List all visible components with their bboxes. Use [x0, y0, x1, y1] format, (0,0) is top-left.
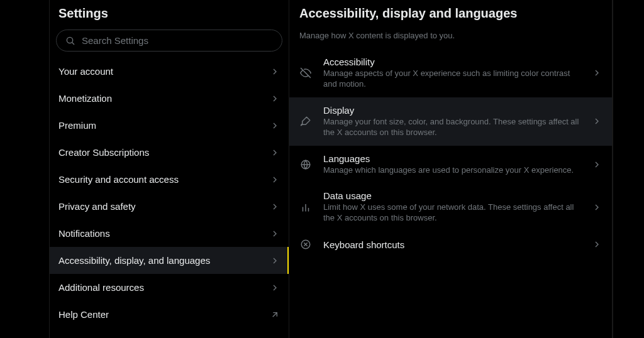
nav-item-label: Monetization: [58, 93, 112, 104]
chevron-right-icon: [592, 202, 602, 212]
arrow-up-right-icon: [270, 310, 280, 320]
bars-icon: [299, 202, 312, 213]
search-icon: [65, 36, 75, 46]
chevron-right-icon: [592, 160, 602, 170]
search-input[interactable]: [82, 35, 273, 46]
nav-item-help-center[interactable]: Help Center: [50, 301, 289, 328]
detail-item-accessibility[interactable]: AccessibilityManage aspects of your X ex…: [289, 49, 612, 97]
nav-item-monetization[interactable]: Monetization: [50, 85, 289, 112]
detail-subtitle: Manage how X content is displayed to you…: [289, 27, 612, 49]
chevron-right-icon: [270, 148, 280, 158]
nav-item-label: Accessibility, display, and languages: [58, 255, 210, 266]
nav-item-label: Creator Subscriptions: [58, 147, 149, 158]
settings-title: Settings: [50, 4, 289, 30]
chevron-right-icon: [592, 239, 602, 249]
detail-item-body: AccessibilityManage aspects of your X ex…: [323, 57, 580, 90]
nav-item-security-and-account-access[interactable]: Security and account access: [50, 166, 289, 193]
detail-item-desc: Manage which languages are used to perso…: [323, 165, 580, 176]
detail-item-title: Data usage: [323, 190, 580, 201]
nav-item-premium[interactable]: Premium: [50, 112, 289, 139]
chevron-right-icon: [270, 229, 280, 239]
nav-item-additional-resources[interactable]: Additional resources: [50, 274, 289, 301]
nav-item-notifications[interactable]: Notifications: [50, 220, 289, 247]
nav-item-label: Premium: [58, 120, 96, 131]
detail-item-body: Keyboard shortcuts: [323, 239, 580, 250]
globe-icon: [299, 159, 312, 170]
detail-item-keyboard-shortcuts[interactable]: Keyboard shortcuts: [289, 231, 612, 258]
detail-item-title: Keyboard shortcuts: [323, 239, 580, 250]
nav-item-label: Notifications: [58, 228, 110, 239]
circle-x-icon: [299, 239, 312, 250]
detail-item-languages[interactable]: LanguagesManage which languages are used…: [289, 146, 612, 183]
detail-item-body: DisplayManage your font size, color, and…: [323, 105, 580, 138]
detail-item-desc: Manage your font size, color, and backgr…: [323, 117, 580, 138]
detail-item-title: Languages: [323, 153, 580, 164]
nav-item-your-account[interactable]: Your account: [50, 58, 289, 85]
chevron-right-icon: [270, 202, 280, 212]
chevron-right-icon: [270, 175, 280, 185]
search-settings[interactable]: [56, 30, 282, 52]
detail-item-title: Accessibility: [323, 57, 580, 67]
nav-item-label: Privacy and safety: [58, 201, 136, 212]
settings-nav-column: Settings Your accountMonetizationPremium…: [49, 0, 289, 338]
svg-line-2: [273, 312, 277, 317]
detail-item-display[interactable]: DisplayManage your font size, color, and…: [289, 97, 612, 146]
chevron-right-icon: [270, 283, 280, 293]
nav-item-privacy-and-safety[interactable]: Privacy and safety: [50, 193, 289, 220]
nav-item-creator-subscriptions[interactable]: Creator Subscriptions: [50, 139, 289, 166]
chevron-right-icon: [270, 121, 280, 131]
chevron-right-icon: [270, 256, 280, 266]
chevron-right-icon: [270, 67, 280, 77]
nav-item-label: Your account: [58, 66, 113, 77]
chevron-right-icon: [592, 116, 602, 126]
gutter-right: [613, 0, 644, 338]
nav-item-label: Security and account access: [58, 174, 179, 185]
svg-point-0: [67, 37, 72, 43]
chevron-right-icon: [592, 68, 602, 78]
detail-item-body: Data usageLimit how X uses some of your …: [323, 190, 580, 224]
svg-line-1: [72, 42, 74, 44]
detail-title: Accessibility, display and languages: [289, 4, 612, 27]
detail-item-title: Display: [323, 105, 580, 116]
gutter-left: [0, 0, 49, 338]
nav-item-accessibility-display-and-languages[interactable]: Accessibility, display, and languages: [50, 247, 289, 274]
chevron-right-icon: [270, 94, 280, 104]
nav-item-label: Help Center: [58, 309, 109, 320]
eye-off-icon: [299, 67, 312, 79]
brush-icon: [299, 116, 312, 127]
detail-item-data-usage[interactable]: Data usageLimit how X uses some of your …: [289, 183, 612, 231]
detail-item-desc: Limit how X uses some of your network da…: [323, 202, 580, 224]
detail-item-desc: Manage aspects of your X experience such…: [323, 68, 580, 90]
nav-item-label: Additional resources: [58, 282, 144, 293]
detail-item-body: LanguagesManage which languages are used…: [323, 153, 580, 176]
settings-detail-column: Accessibility, display and languages Man…: [289, 0, 613, 338]
